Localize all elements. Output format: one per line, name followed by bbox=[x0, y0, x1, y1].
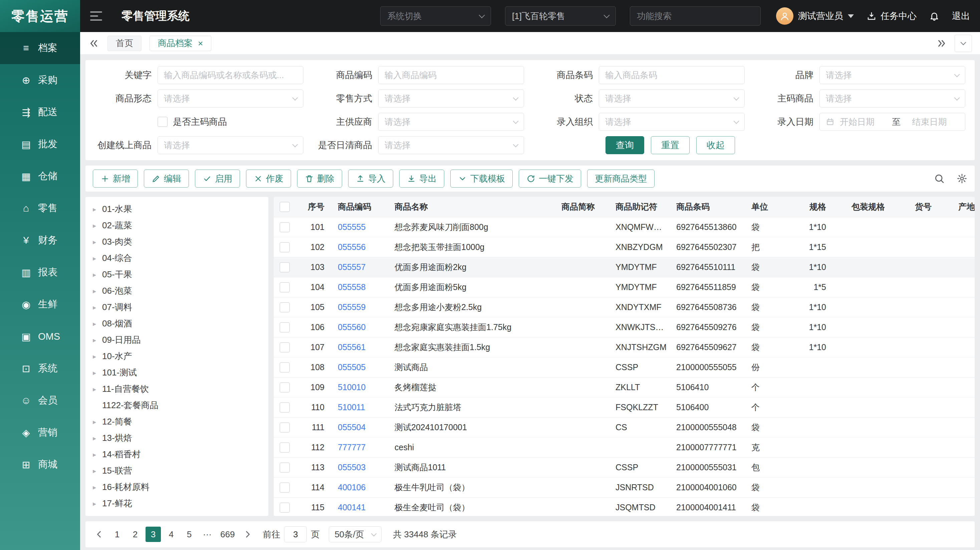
row-checkbox[interactable] bbox=[280, 282, 290, 292]
row-checkbox[interactable] bbox=[280, 402, 290, 412]
row-checkbox[interactable] bbox=[280, 483, 290, 493]
tree-item[interactable]: ▸ 101-测试 bbox=[86, 364, 268, 381]
tree-item[interactable]: 1122-套餐商品 bbox=[86, 397, 268, 413]
page-number[interactable]: 5 bbox=[181, 527, 197, 542]
add-button[interactable]: 新增 bbox=[93, 170, 138, 188]
sidebar-item[interactable]: ▦ 仓储 bbox=[0, 160, 80, 192]
product-code-link[interactable]: 777777 bbox=[338, 442, 366, 452]
tree-item[interactable]: ▸ 10-水产 bbox=[86, 348, 268, 364]
product-code-link[interactable]: 055558 bbox=[338, 282, 366, 292]
product-code-link[interactable]: 055503 bbox=[338, 463, 366, 472]
row-checkbox[interactable] bbox=[280, 222, 290, 232]
table-row[interactable]: 102 055556 想念把装玉带挂面1000g XNBZYDGM 692764… bbox=[274, 237, 975, 257]
notification-bell-icon[interactable] bbox=[929, 11, 939, 21]
page-number[interactable]: 1 bbox=[110, 527, 125, 542]
gear-icon[interactable] bbox=[957, 173, 967, 184]
keyword-input[interactable] bbox=[158, 66, 304, 84]
one-key-dispatch-button[interactable]: 一键下发 bbox=[519, 170, 581, 188]
sidebar-item[interactable]: ¥ 财务 bbox=[0, 224, 80, 256]
product-code-link[interactable]: 055561 bbox=[338, 342, 366, 352]
product-code-link[interactable]: 055560 bbox=[338, 323, 366, 332]
reset-button[interactable]: 重置 bbox=[651, 136, 690, 154]
page-number[interactable]: 3 bbox=[146, 527, 161, 542]
product-code-link[interactable]: 510011 bbox=[338, 402, 365, 412]
next-page-icon[interactable] bbox=[240, 527, 255, 542]
supplier-select[interactable]: 请选择 bbox=[378, 113, 524, 131]
product-code-link[interactable]: 055505 bbox=[338, 362, 366, 372]
row-checkbox[interactable] bbox=[280, 463, 290, 472]
row-checkbox[interactable] bbox=[280, 262, 290, 272]
tab-home[interactable]: 首页 bbox=[108, 36, 142, 51]
select-all-checkbox[interactable] bbox=[280, 202, 290, 212]
row-checkbox[interactable] bbox=[280, 362, 290, 372]
table-row[interactable]: 110 510011 法式巧克力脏脏塔 FSQKLZZT 5106400 个 bbox=[274, 397, 975, 417]
sidebar-item[interactable]: ▤ 批发 bbox=[0, 128, 80, 160]
create-online-select[interactable]: 请选择 bbox=[158, 136, 304, 154]
row-checkbox[interactable] bbox=[280, 242, 290, 252]
sidebar-item[interactable]: ≡ 档案 bbox=[0, 32, 80, 64]
tree-item[interactable]: ▸ 17-鲜花 bbox=[86, 495, 268, 512]
sidebar-item[interactable]: ▣ OMS bbox=[0, 320, 80, 353]
tree-item[interactable]: ▸ 07-调料 bbox=[86, 299, 268, 315]
tree-item[interactable]: ▸ 14-稻香村 bbox=[86, 446, 268, 463]
sidebar-item[interactable]: ⊞ 商城 bbox=[0, 448, 80, 480]
product-code-link[interactable]: 400141 bbox=[338, 502, 366, 512]
page-size-select[interactable]: 50条/页 bbox=[329, 526, 382, 542]
retail-method-select[interactable]: 请选择 bbox=[378, 89, 524, 108]
system-switch-select[interactable]: 系统切换 bbox=[380, 6, 491, 26]
product-code-link[interactable]: 055555 bbox=[338, 222, 366, 232]
page-number[interactable]: 669 bbox=[218, 527, 237, 542]
brand-select[interactable]: 请选择 bbox=[819, 66, 965, 84]
table-row[interactable]: 108 055505 测试商品 CSSP 2100000555055 份 bbox=[274, 357, 975, 377]
row-checkbox[interactable] bbox=[280, 302, 290, 312]
tree-item[interactable]: ▸ 04-综合 bbox=[86, 250, 268, 266]
tree-item[interactable]: ▸ 02-蔬菜 bbox=[86, 217, 268, 234]
page-number[interactable]: ··· bbox=[200, 527, 215, 542]
table-row[interactable]: 114 400106 极生牛乳吐司（袋） JSNRTSD 21000040010… bbox=[274, 477, 975, 497]
table-row[interactable]: 105 055559 想念多用途小麦粉2.5kg XNDYTXMF 692764… bbox=[274, 297, 975, 317]
row-checkbox[interactable] bbox=[280, 442, 290, 453]
product-code-link[interactable]: 055504 bbox=[338, 423, 366, 432]
tree-item[interactable]: ▸ 01-水果 bbox=[86, 201, 268, 217]
tree-item[interactable]: ▸ 03-肉类 bbox=[86, 234, 268, 250]
table-row[interactable]: 113 055503 测试商品1011 CSSP 2100000555031 包 bbox=[274, 457, 975, 477]
status-select[interactable]: 请选择 bbox=[599, 89, 745, 108]
daily-clear-select[interactable]: 请选择 bbox=[378, 136, 524, 154]
tab-actions-dropdown[interactable] bbox=[955, 35, 972, 52]
menu-collapse-icon[interactable] bbox=[90, 11, 102, 21]
is-master-checkbox[interactable] bbox=[158, 117, 167, 127]
product-barcode-input[interactable] bbox=[599, 66, 745, 84]
row-checkbox[interactable] bbox=[280, 342, 290, 353]
product-code-link[interactable]: 055559 bbox=[338, 302, 366, 312]
tab-close-icon[interactable]: × bbox=[198, 39, 203, 48]
tree-item[interactable]: ▸ 12-简餐 bbox=[86, 413, 268, 430]
tabs-scroll-right-icon[interactable] bbox=[936, 38, 947, 49]
table-row[interactable]: 115 400141 极生全麦吐司（袋） JSQMTSD 21000040014… bbox=[274, 497, 975, 516]
sidebar-item[interactable]: ▥ 报表 bbox=[0, 256, 80, 288]
delete-button[interactable]: 删除 bbox=[297, 170, 342, 188]
product-code-link[interactable]: 510010 bbox=[338, 383, 366, 392]
collapse-button[interactable]: 收起 bbox=[696, 136, 735, 154]
organization-select[interactable]: [1]飞百轮零售 bbox=[505, 6, 616, 26]
row-checkbox[interactable] bbox=[280, 323, 290, 332]
prev-page-icon[interactable] bbox=[91, 527, 107, 542]
row-checkbox[interactable] bbox=[280, 423, 290, 432]
table-row[interactable]: 101 055555 想念荞麦风味刀削面800g XNQMFWDXM 69276… bbox=[274, 217, 975, 237]
product-code-link[interactable]: 400106 bbox=[338, 483, 366, 492]
download-template-button[interactable]: 下载模板 bbox=[450, 170, 513, 188]
tree-item[interactable]: ▸ 13-烘焙 bbox=[86, 430, 268, 446]
entry-date-range[interactable]: 开始日期 至 结束日期 bbox=[819, 113, 965, 131]
edit-button[interactable]: 编辑 bbox=[144, 170, 189, 188]
tab-product-archive[interactable]: 商品档案 × bbox=[150, 36, 211, 51]
table-row[interactable]: 103 055557 优面多用途面粉2kg YMDYTMF 6927645510… bbox=[274, 257, 975, 277]
export-button[interactable]: 导出 bbox=[399, 170, 444, 188]
master-product-select[interactable]: 请选择 bbox=[819, 89, 965, 108]
logout-button[interactable]: 退出 bbox=[952, 10, 970, 22]
tree-item[interactable]: ▸ 16-耗材原料 bbox=[86, 479, 268, 495]
sidebar-item[interactable]: ⊡ 系统 bbox=[0, 353, 80, 385]
page-number[interactable]: 4 bbox=[164, 527, 179, 542]
table-row[interactable]: 112 777777 ceshi 2100007777771 克 bbox=[274, 437, 975, 457]
page-number[interactable]: 2 bbox=[127, 527, 143, 542]
product-code-input[interactable] bbox=[378, 66, 524, 84]
tree-item[interactable]: ▸ 09-日用品 bbox=[86, 332, 268, 348]
